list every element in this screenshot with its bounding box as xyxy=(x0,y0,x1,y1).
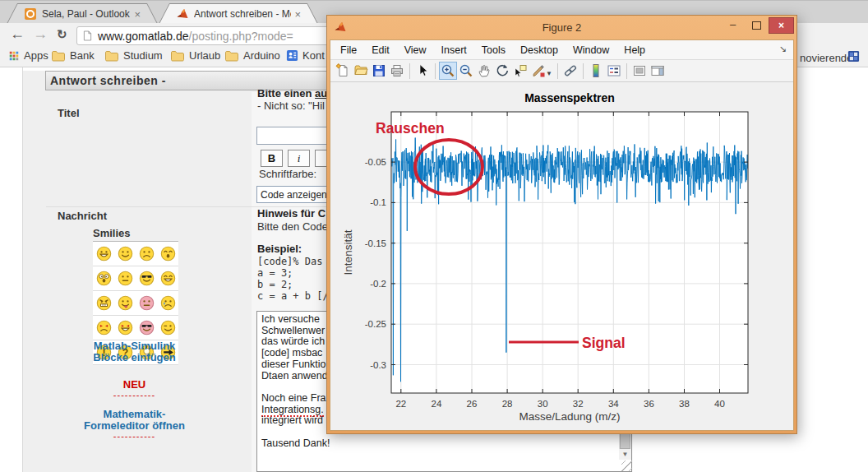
folder-icon xyxy=(104,50,119,62)
toolbar-separator xyxy=(409,63,410,79)
url-domain: www.gomatlab.de xyxy=(98,30,189,43)
italic-button[interactable]: i xyxy=(288,150,310,167)
tab-close-icon[interactable]: × xyxy=(294,8,301,21)
svg-text:28: 28 xyxy=(502,399,513,409)
tab-title: Antwort schreiben - Mein xyxy=(194,8,291,20)
matlab-logo-icon xyxy=(334,21,347,34)
smiley-sad-icon[interactable] xyxy=(136,246,157,261)
plot-canvas[interactable]: 22242628303234363840-0.05-0.1-0.15-0.2-0… xyxy=(330,81,793,430)
matlab-favicon xyxy=(176,7,189,21)
hide-plot-tools-icon[interactable] xyxy=(630,62,649,80)
bookmark-label: Kont xyxy=(302,49,325,62)
print-figure-icon[interactable] xyxy=(388,62,406,80)
maximize-button[interactable] xyxy=(746,17,768,34)
neu-badge: NEU xyxy=(62,378,206,391)
smiley-redface-icon[interactable] xyxy=(136,295,157,311)
new-figure-icon[interactable] xyxy=(334,62,352,80)
menu-help[interactable]: Help xyxy=(616,44,653,56)
save-figure-icon[interactable] xyxy=(370,62,388,80)
sidebar-links: Matlab-Simulink Blöcke einfügen NEU ----… xyxy=(62,340,206,440)
smiley-evil-icon[interactable] xyxy=(93,320,114,335)
zoom-out-icon[interactable] xyxy=(457,62,475,80)
forward-button[interactable]: → xyxy=(33,25,48,43)
tab-title: Sela, Paul - Outlook Web A xyxy=(42,8,131,20)
smiley-eek-icon[interactable] xyxy=(93,271,114,286)
menu-tools[interactable]: Tools xyxy=(474,44,513,56)
folder-icon xyxy=(51,50,66,62)
svg-text:26: 26 xyxy=(467,399,478,409)
figure-client-area: FileEditViewInsertToolsDesktopWindowHelp… xyxy=(330,39,794,431)
bookmark-arduino[interactable]: Arduino xyxy=(224,49,280,62)
smiley-razz-icon[interactable] xyxy=(114,295,136,311)
tab-close-icon[interactable]: × xyxy=(134,8,141,21)
hinweis-bold: Hinweis für C xyxy=(257,207,326,220)
toolbar-separator xyxy=(626,63,627,79)
pan-icon[interactable] xyxy=(475,62,493,80)
url-text: www.gomatlab.de/posting.php?mode= xyxy=(98,30,293,43)
smiley-grin-icon[interactable] xyxy=(93,246,114,261)
message-line: Tausend Dank! xyxy=(261,438,627,450)
figure-window[interactable]: Figure 2 – × FileEditViewInsertToolsDesk… xyxy=(326,15,797,434)
svg-text:24: 24 xyxy=(432,399,442,409)
resize-grip-icon[interactable] xyxy=(621,460,632,471)
edit-cursor-icon[interactable] xyxy=(413,62,432,80)
smilies-row xyxy=(93,242,178,266)
menu-insert[interactable]: Insert xyxy=(434,44,474,56)
bookmark-urlaub[interactable]: Urlaub xyxy=(170,49,220,62)
smiley-cool-icon[interactable] xyxy=(136,271,157,286)
zoom-in-icon[interactable] xyxy=(439,62,457,80)
smiley-mad-icon[interactable] xyxy=(93,295,114,311)
show-plot-tools-icon[interactable] xyxy=(649,62,667,80)
brush-dropdown-icon[interactable]: ▼ xyxy=(546,70,552,77)
back-button[interactable]: ← xyxy=(10,25,25,43)
tab-gomatlab[interactable]: Antwort schreiben - Mein × xyxy=(159,3,318,24)
smiley-lol-icon[interactable] xyxy=(157,271,178,286)
smiley-rolleyes-icon[interactable] xyxy=(136,320,157,335)
titel-label: Titel xyxy=(58,107,80,119)
bookmark-label: Arduino xyxy=(243,49,280,62)
svg-text:22: 22 xyxy=(395,399,406,409)
dock-arrow-icon[interactable]: ↘ xyxy=(779,44,787,54)
close-button[interactable]: × xyxy=(769,17,794,34)
bookmark-kont[interactable]: Kont xyxy=(286,49,325,62)
bookmark-label: Urlaub xyxy=(189,49,220,62)
menu-desktop[interactable]: Desktop xyxy=(513,44,566,56)
smiley-surprised-icon[interactable] xyxy=(157,246,178,261)
menu-file[interactable]: File xyxy=(333,44,364,56)
data-cursor-icon[interactable] xyxy=(511,62,529,80)
bookmark-favicon[interactable] xyxy=(847,50,860,66)
bookmark-promovierende[interactable]: novierende xyxy=(800,52,852,64)
chart-title: Massenspektren xyxy=(524,91,615,104)
insert-legend-icon[interactable] xyxy=(605,62,623,80)
bookmark-label: Apps xyxy=(24,49,48,62)
rotate-3d-icon[interactable] xyxy=(493,62,511,80)
red-dashes: ----------- xyxy=(62,432,206,440)
bookmark-studium[interactable]: Studium xyxy=(104,49,163,62)
bookmark-bank[interactable]: Bank xyxy=(51,49,95,62)
svg-text:34: 34 xyxy=(608,399,619,409)
brush-data-icon[interactable] xyxy=(529,62,547,80)
bold-button[interactable]: B xyxy=(261,150,283,167)
menu-view[interactable]: View xyxy=(397,44,434,56)
smiley-neutral-icon[interactable] xyxy=(114,271,136,286)
contacts-icon xyxy=(286,49,298,62)
minimize-button[interactable]: – xyxy=(722,17,744,34)
formeleditor-link[interactable]: Mathematik- Formeleditor öffnen xyxy=(62,409,206,432)
bookmark-apps[interactable]: Apps xyxy=(8,49,48,62)
menu-edit[interactable]: Edit xyxy=(364,44,397,56)
smiley-cry-icon[interactable] xyxy=(157,295,178,311)
svg-text:32: 32 xyxy=(573,399,584,409)
simulink-link[interactable]: Matlab-Simulink Blöcke einfügen xyxy=(62,340,206,363)
tab-outlook[interactable]: Sela, Paul - Outlook Web A × xyxy=(7,3,158,24)
reload-button[interactable]: ↻ xyxy=(57,27,67,42)
scroll-down-icon[interactable]: ▼ xyxy=(619,449,631,460)
smiley-wink-icon[interactable] xyxy=(157,320,178,335)
open-file-icon[interactable] xyxy=(352,62,370,80)
signal-annotation: Signal xyxy=(582,335,626,351)
link-plot-icon[interactable] xyxy=(561,62,579,80)
menu-window[interactable]: Window xyxy=(566,44,616,56)
smiley-twisted-icon[interactable] xyxy=(114,320,136,335)
apps-grid-icon xyxy=(8,50,20,62)
insert-colorbar-icon[interactable] xyxy=(587,62,605,80)
smiley-smile-icon[interactable] xyxy=(114,246,136,261)
